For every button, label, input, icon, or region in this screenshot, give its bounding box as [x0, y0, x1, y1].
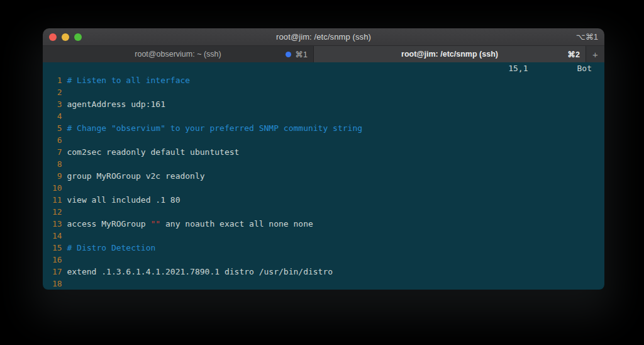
code-segment-default: extend .1.3.6.1.4.1.2021.7890.1 distro /…	[67, 267, 333, 276]
code-segment-default: any noauth exact all none none	[160, 219, 313, 229]
code-line: 3agentAddress udp:161	[52, 98, 604, 110]
code-line: 15# Distro Detection	[52, 242, 604, 254]
traffic-lights	[49, 33, 82, 41]
code-line: 2	[52, 86, 604, 98]
tab-observium[interactable]: root@observium: ~ (ssh) ⌘1	[43, 46, 314, 62]
line-number: 13	[52, 218, 62, 230]
line-number: 14	[52, 230, 62, 242]
line-number: 11	[52, 194, 62, 206]
line-number: 7	[52, 146, 62, 158]
code-line: 6	[52, 134, 604, 146]
code-segment-default: access MyROGroup	[67, 219, 150, 229]
window-title: root@jim: /etc/snmp (ssh)	[276, 32, 371, 42]
line-number: 6	[52, 134, 62, 146]
code-line: 17extend .1.3.6.1.4.1.2021.7890.1 distro…	[52, 266, 604, 278]
tab-label: root@observium: ~ (ssh)	[135, 50, 221, 59]
code-line: 9group MyROGroup v2c readonly	[52, 170, 604, 182]
tab-label: root@jim: /etc/snmp (ssh)	[401, 50, 498, 59]
close-button[interactable]	[49, 33, 57, 41]
code-line: 10	[52, 182, 604, 194]
code-line: 4	[52, 110, 604, 122]
code-segment-default: view all included .1 80	[67, 195, 180, 205]
new-tab-button[interactable]: +	[586, 46, 604, 62]
line-number: 17	[52, 266, 62, 278]
line-number: 10	[52, 182, 62, 194]
code-line: 11view all included .1 80	[52, 194, 604, 206]
code-segment-default: group MyROGroup v2c readonly	[67, 171, 204, 181]
code-line: 16	[52, 254, 604, 266]
tab-shortcut-label: ⌘1	[296, 50, 308, 59]
code-lines: 1# Listen to all interface23agentAddress…	[52, 74, 604, 290]
minimize-button[interactable]	[62, 33, 69, 41]
code-segment-string: ""	[151, 219, 161, 229]
line-number: 1	[52, 74, 62, 86]
scroll-state: Bot	[577, 62, 592, 74]
line-number: 18	[52, 278, 62, 290]
tab-jim-snmp[interactable]: root@jim: /etc/snmp (ssh) ⌘2	[314, 46, 586, 62]
vim-ruler: 15,1 Bot	[52, 62, 604, 74]
code-line: 5# Change "observium" to your preferred …	[52, 122, 604, 134]
code-segment-comment: # Change "observium" to your preferred S…	[67, 123, 362, 133]
line-number: 9	[52, 170, 62, 182]
window-shortcut-label: ⌥⌘1	[576, 32, 598, 42]
code-line: 13access MyROGroup "" any noauth exact a…	[52, 218, 604, 230]
code-line: 12	[52, 206, 604, 218]
line-number: 15	[52, 242, 62, 254]
title-bar[interactable]: root@jim: /etc/snmp (ssh) ⌥⌘1	[43, 28, 604, 46]
plus-icon: +	[592, 49, 598, 60]
code-segment-default: agentAddress udp:161	[67, 99, 165, 109]
terminal-window: root@jim: /etc/snmp (ssh) ⌥⌘1 root@obser…	[43, 28, 604, 290]
line-number: 3	[52, 98, 62, 110]
code-segment-default: com2sec readonly default ubuntutest	[67, 147, 239, 157]
line-number: 2	[52, 86, 62, 98]
code-segment-comment: # Distro Detection	[67, 243, 155, 252]
line-number: 4	[52, 110, 62, 122]
line-number: 5	[52, 122, 62, 134]
activity-dot-icon	[286, 52, 291, 57]
zoom-button[interactable]	[74, 33, 82, 41]
tab-bar: root@observium: ~ (ssh) ⌘1 root@jim: /et…	[43, 46, 604, 62]
code-line: 14	[52, 230, 604, 242]
cursor-position: 15,1	[508, 62, 528, 74]
code-line: 7com2sec readonly default ubuntutest	[52, 146, 604, 158]
code-line: 1# Listen to all interface	[52, 74, 604, 86]
line-number: 12	[52, 206, 62, 218]
code-segment-comment: # Listen to all interface	[67, 76, 190, 85]
tab-shortcut-label: ⌘2	[568, 50, 580, 59]
terminal-pane[interactable]: 15,1 Bot 1# Listen to all interface23age…	[43, 62, 604, 290]
line-number: 8	[52, 158, 62, 170]
code-line: 8	[52, 158, 604, 170]
code-line: 18	[52, 278, 604, 290]
line-number: 16	[52, 254, 62, 266]
